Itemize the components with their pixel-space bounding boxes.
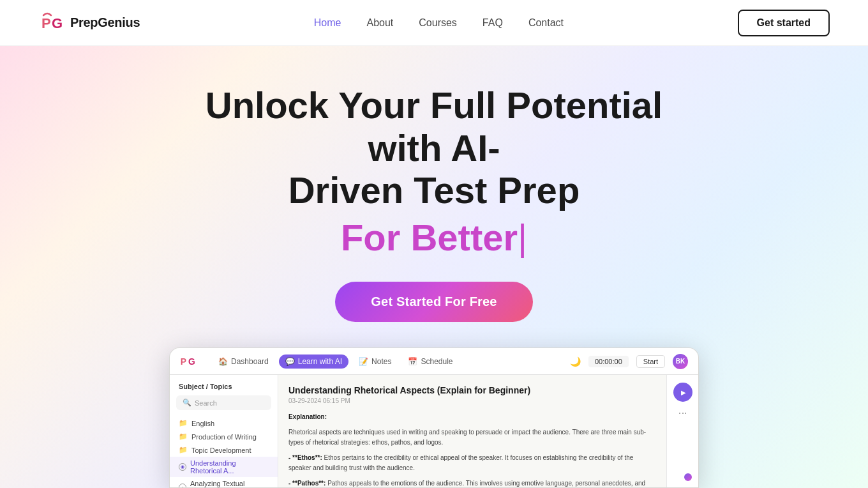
sidebar-item-analyzing[interactable]: ○ Analyzing Textual Purposes bbox=[170, 477, 278, 488]
content-explanation-label: Explanation: bbox=[288, 412, 656, 422]
search-icon: 🔍 bbox=[183, 399, 191, 407]
accent-dot bbox=[684, 473, 692, 481]
app-nav-notes[interactable]: 📝 Notes bbox=[352, 355, 398, 369]
hero-cta-button[interactable]: Get Started For Free bbox=[335, 282, 532, 322]
content-body: Explanation: Rhetorical aspects are tech… bbox=[288, 412, 656, 487]
hero-section: Unlock Your Full Potential with AI- Driv… bbox=[0, 46, 868, 488]
app-nav: 🏠 Dashboard 💬 Learn with AI 📝 Notes 📅 Sc… bbox=[212, 355, 460, 369]
dark-mode-icon[interactable]: 🌙 bbox=[570, 356, 581, 367]
logo-icon: P G bbox=[38, 10, 64, 36]
sidebar-search[interactable]: 🔍 Search bbox=[176, 395, 271, 410]
item-dot-icon: ◉ bbox=[179, 463, 186, 471]
item-dot-icon-2: ○ bbox=[179, 484, 186, 488]
nav-faq[interactable]: FAQ bbox=[483, 17, 503, 29]
nav-contact[interactable]: Contact bbox=[528, 17, 564, 29]
sidebar-item-english[interactable]: 📁 English bbox=[170, 416, 278, 430]
app-main-content: Understanding Rhetorical Aspects (Explai… bbox=[278, 375, 666, 487]
content-paragraph-1: Rhetorical aspects are techniques used i… bbox=[288, 427, 656, 448]
nav-courses[interactable]: Courses bbox=[419, 17, 457, 29]
content-paragraph-2: - **Ethos**: Ethos pertains to the credi… bbox=[288, 453, 656, 473]
dashboard-icon: 🏠 bbox=[218, 357, 228, 366]
content-paragraph-3: - **Pathos**: Pathos appeals to the emot… bbox=[288, 478, 656, 487]
more-options-icon[interactable]: ⋮ bbox=[678, 409, 688, 418]
play-button[interactable] bbox=[673, 383, 692, 402]
cursor: | bbox=[518, 217, 527, 258]
app-nav-dashboard[interactable]: 🏠 Dashboard bbox=[212, 355, 275, 369]
app-nav-learn-ai[interactable]: 💬 Learn with AI bbox=[279, 355, 348, 369]
folder-icon-3: 📁 bbox=[179, 446, 188, 454]
svg-text:G: G bbox=[52, 15, 63, 31]
timer-start-button[interactable]: Start bbox=[636, 355, 665, 368]
navbar: P G PrepGenius Home About Courses FAQ Co… bbox=[0, 0, 868, 46]
sidebar-header: Subject / Topics bbox=[170, 383, 278, 395]
hero-sub: For Better| bbox=[341, 216, 527, 259]
app-nav-schedule[interactable]: 📅 Schedule bbox=[401, 355, 459, 369]
timer-display: 00:00:00 bbox=[588, 356, 629, 367]
folder-icon: 📁 bbox=[179, 419, 188, 427]
app-right-panel: ⋮ bbox=[666, 375, 698, 487]
schedule-icon: 📅 bbox=[408, 357, 417, 366]
svg-text:P: P bbox=[181, 356, 186, 367]
hero-headline: Unlock Your Full Potential with AI- Driv… bbox=[179, 84, 689, 212]
folder-icon-2: 📁 bbox=[179, 432, 188, 441]
app-preview: P G 🏠 Dashboard 💬 Learn with AI 📝 Notes … bbox=[169, 347, 699, 488]
content-date: 03-29-2024 06:15 PM bbox=[288, 397, 656, 404]
nav-about[interactable]: About bbox=[366, 17, 393, 29]
sidebar-item-topic-dev[interactable]: 📁 Topic Development bbox=[170, 443, 278, 457]
app-sidebar: Subject / Topics 🔍 Search 📁 English 📁 Pr… bbox=[170, 375, 278, 487]
nav-links: Home About Courses FAQ Contact bbox=[314, 17, 564, 29]
navbar-cta-button[interactable]: Get started bbox=[738, 10, 830, 36]
logo[interactable]: P G PrepGenius bbox=[38, 10, 140, 36]
sidebar-item-rhetorical[interactable]: ◉ Understanding Rhetorical A... bbox=[170, 457, 278, 477]
learn-ai-icon: 💬 bbox=[285, 357, 295, 366]
app-topbar-right: 🌙 00:00:00 Start BK bbox=[570, 354, 688, 369]
user-avatar: BK bbox=[673, 354, 688, 369]
app-logo-icon: P G bbox=[180, 353, 197, 370]
notes-icon: 📝 bbox=[359, 357, 368, 366]
sidebar-item-production[interactable]: 📁 Production of Writing bbox=[170, 430, 278, 443]
svg-text:G: G bbox=[188, 356, 195, 367]
app-topbar: P G 🏠 Dashboard 💬 Learn with AI 📝 Notes … bbox=[170, 348, 698, 375]
logo-text: PrepGenius bbox=[70, 15, 140, 30]
content-title: Understanding Rhetorical Aspects (Explai… bbox=[288, 385, 656, 395]
svg-text:P: P bbox=[41, 15, 51, 31]
app-body: Subject / Topics 🔍 Search 📁 English 📁 Pr… bbox=[170, 375, 698, 487]
nav-home[interactable]: Home bbox=[314, 17, 341, 29]
